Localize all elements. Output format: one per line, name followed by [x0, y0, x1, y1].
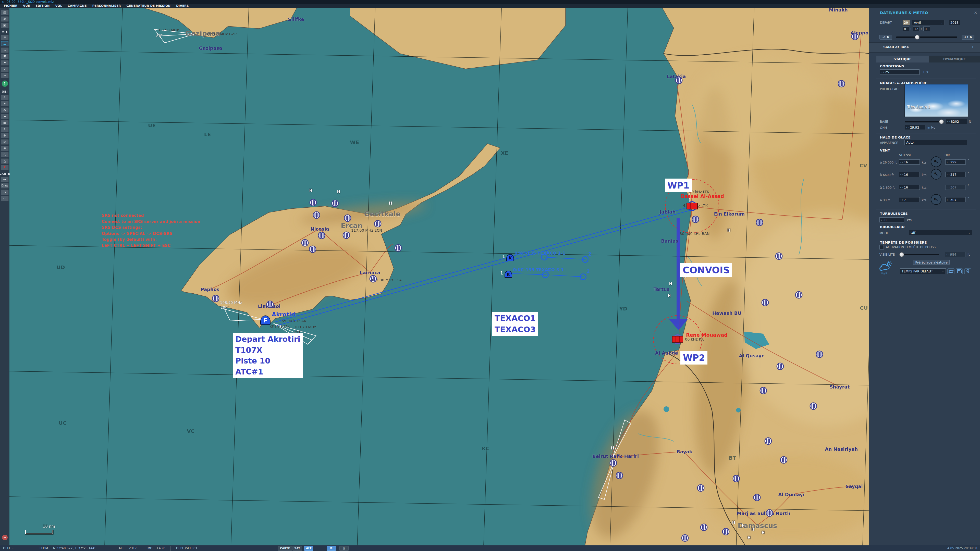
visibility-input[interactable]: ‹›984	[945, 252, 966, 257]
weather-icon[interactable]: ☁	[1, 41, 9, 46]
ship-icon[interactable]: ⚓	[1, 107, 9, 113]
sun-moon-row[interactable]: Soleil et lune ›	[869, 42, 980, 52]
carte-button[interactable]: CARTE	[278, 546, 292, 551]
open-mission-icon[interactable]: ▱	[1, 16, 9, 22]
weather-preset-select[interactable]: TEMPS PAR DEFAUT⌄	[900, 268, 946, 274]
city-label: Gecitkale	[364, 210, 401, 218]
waypoint-circle[interactable]	[580, 273, 587, 280]
zones-icon[interactable]: ◌	[1, 152, 9, 157]
qnh-input[interactable]: ‹›29.92	[905, 125, 925, 130]
unit-icon-k[interactable]: K	[506, 254, 514, 261]
tab-dynamique[interactable]: DYNAMIQUE	[929, 56, 980, 62]
static-group-icon[interactable]: ▦	[1, 120, 9, 125]
menu--dition[interactable]: ÉDITION	[33, 4, 52, 8]
depart-label[interactable]: Depart AkrotiriT107XPiste 10ATC#1	[233, 333, 303, 378]
new-mission-icon[interactable]: ▤	[1, 10, 9, 15]
waypoint-grid-icon[interactable]: ⊞	[1, 54, 9, 59]
menu-vol[interactable]: VOL	[52, 4, 65, 8]
wind-dir-input[interactable]: ‹›299	[945, 159, 966, 165]
minute-input[interactable]: 12	[913, 27, 920, 31]
sat-button[interactable]: SAT	[293, 546, 302, 551]
chain-icon[interactable]: ∞	[1, 73, 9, 78]
wp2-label[interactable]: WP2	[680, 351, 708, 365]
year-input[interactable]: 2018	[949, 20, 960, 25]
red-airbase-marker[interactable]	[687, 203, 698, 210]
key-icon[interactable]: ⊶	[1, 177, 9, 182]
random-preset-button[interactable]: Préréglage aléatoire	[913, 260, 950, 265]
wind-dial[interactable]: ↑	[931, 194, 942, 205]
delete-icon[interactable]: ✗	[1, 165, 9, 170]
save-mission-icon[interactable]: ▣	[1, 23, 9, 28]
month-select[interactable]: Avril⌄	[912, 20, 945, 25]
save-weather-icon[interactable]	[956, 268, 963, 274]
wind-speed-input[interactable]: ‹›7	[899, 197, 920, 202]
exclusion-icon[interactable]: ⊗	[1, 146, 9, 151]
plus-hour-button[interactable]: +1 h	[962, 35, 974, 40]
day-input[interactable]: 29	[903, 20, 910, 25]
validate-icon[interactable]: ✓	[1, 67, 9, 72]
duststorm-checkbox[interactable]	[880, 245, 884, 249]
upload-icon[interactable]: ↑	[2, 80, 8, 87]
menu-personnaliser[interactable]: PERSONNALISER	[89, 4, 124, 8]
camera-view-icon[interactable]: ⊞	[327, 546, 336, 551]
layer-dropdown[interactable]: DFLT ⌄	[3, 545, 14, 551]
tab-statique[interactable]: STATIQUE	[877, 56, 929, 62]
texaco-label[interactable]: TEXACO1TEXACO3	[492, 312, 538, 336]
flags-icon[interactable]: ⚑	[1, 60, 9, 65]
route-point-icon[interactable]: ⊕	[1, 133, 9, 138]
unit-icon-f[interactable]: F	[260, 315, 270, 325]
base-slider-knob[interactable]	[939, 119, 944, 124]
wind-dial[interactable]: ↑	[931, 169, 942, 179]
coord-mode[interactable]: LLDM	[40, 545, 48, 551]
turbulence-input[interactable]: ‹›0	[880, 218, 904, 222]
map-canvas[interactable]: UELEWEXECVUDYDCUUCVCKCBTGazipasaGazipasa…	[0, 0, 869, 546]
wind-dir-input[interactable]: ‹›307	[945, 185, 966, 190]
airplane-icon[interactable]: ✈	[1, 95, 9, 100]
bullseye-icon[interactable]: ◎	[1, 139, 9, 144]
alt-button[interactable]: ALT	[304, 546, 313, 551]
route-icon[interactable]: ↝	[1, 48, 9, 53]
briefing-icon[interactable]: ≡	[1, 35, 9, 40]
wind-speed-input[interactable]: ‹›16	[899, 172, 920, 177]
visibility-slider-knob[interactable]	[899, 252, 904, 257]
layers-icon[interactable]: ▭	[1, 196, 9, 201]
terrain-icon[interactable]: ∧	[1, 127, 9, 132]
apparence-select[interactable]: Auto⌄	[904, 140, 967, 145]
menu-g-n-rateur-de-mission[interactable]: GÉNÉRATEUR DE MISSION	[124, 4, 173, 8]
wind-dial[interactable]: ↑	[931, 156, 942, 167]
temperature-input[interactable]: ‹›25	[880, 69, 920, 75]
close-icon[interactable]: ×	[974, 10, 977, 15]
wind-dir-input[interactable]: ‹›307	[945, 197, 966, 202]
base-slider[interactable]	[905, 121, 943, 122]
wind-speed-input[interactable]: ‹›16	[899, 159, 920, 165]
delete-weather-icon[interactable]	[964, 268, 971, 274]
base-input[interactable]: ‹›8202	[946, 119, 967, 124]
red-airbase-marker[interactable]	[672, 336, 683, 343]
menu-vue[interactable]: VUE	[20, 4, 33, 8]
wp1-label[interactable]: WP1	[665, 179, 692, 192]
menu-fichier[interactable]: FICHIER	[1, 4, 20, 8]
menu-campagne[interactable]: CAMPAGNE	[65, 4, 89, 8]
load-weather-icon[interactable]	[947, 268, 955, 274]
cloud-preset-image[interactable]: Très épars 1	[904, 84, 968, 117]
visibility-slider[interactable]	[899, 254, 939, 256]
waypoint-circle[interactable]	[582, 256, 589, 263]
menu-divers[interactable]: DIVERS	[173, 4, 192, 8]
wind-dir-input[interactable]: ‹›317	[945, 172, 966, 177]
shapes-icon[interactable]: △	[1, 159, 9, 164]
wind-speed-input[interactable]: ‹›16	[899, 185, 920, 190]
draw-icon[interactable]: Draw	[1, 183, 9, 189]
hour-input[interactable]: 8	[903, 27, 909, 31]
minus-hour-button[interactable]: -1 h	[880, 35, 892, 40]
fog-mode-select[interactable]: Off⌄	[909, 230, 972, 235]
compass-icon[interactable]: ◎	[339, 546, 348, 551]
helicopter-icon[interactable]: ∗	[1, 101, 9, 106]
vehicle-icon[interactable]: ▰	[1, 114, 9, 119]
ruler-icon[interactable]: ↔	[1, 189, 9, 195]
time-slider[interactable]	[896, 37, 957, 38]
time-slider-knob[interactable]	[915, 35, 920, 40]
unit-icon-k[interactable]: K	[504, 271, 512, 278]
convois-label[interactable]: CONVOIS	[680, 263, 732, 277]
second-input[interactable]: 0	[923, 27, 930, 31]
exit-icon[interactable]: ➜	[2, 535, 8, 540]
